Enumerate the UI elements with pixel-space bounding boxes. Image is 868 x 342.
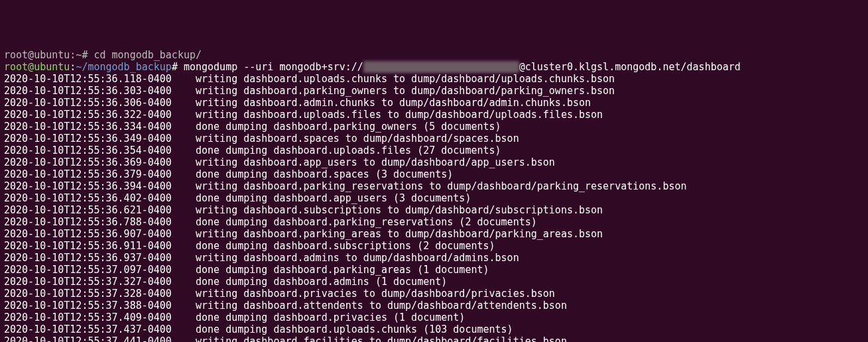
log-line: 2020-10-10T12:55:36.306-0400 writing das…: [4, 97, 864, 109]
log-timestamp: 2020-10-10T12:55:36.788-0400: [4, 216, 172, 228]
log-timestamp: 2020-10-10T12:55:37.328-0400: [4, 288, 172, 300]
log-timestamp: 2020-10-10T12:55:36.379-0400: [4, 168, 172, 180]
log-message: done dumping dashboard.subscriptions (2 …: [196, 240, 495, 252]
log-message: writing dashboard.uploads.chunks to dump…: [196, 73, 615, 85]
log-line: 2020-10-10T12:55:36.118-0400 writing das…: [4, 73, 864, 85]
log-timestamp: 2020-10-10T12:55:37.441-0400: [4, 335, 172, 342]
log-timestamp: 2020-10-10T12:55:37.327-0400: [4, 276, 172, 288]
command-text-suffix: @cluster0.klgsl.mongodb.net/dashboard: [519, 61, 741, 73]
log-message: writing dashboard.privacies to dump/dash…: [196, 288, 555, 300]
log-message: writing dashboard.parking_owners to dump…: [196, 85, 615, 97]
log-line: 2020-10-10T12:55:36.911-0400 done dumpin…: [4, 240, 864, 252]
terminal-output[interactable]: root@ubuntu:~# cd mongodb_backup/root@ub…: [4, 49, 864, 342]
log-timestamp: 2020-10-10T12:55:36.334-0400: [4, 121, 172, 133]
log-timestamp: 2020-10-10T12:55:36.322-0400: [4, 109, 172, 121]
prompt-hash: #: [172, 61, 184, 73]
log-line: 2020-10-10T12:55:37.328-0400 writing das…: [4, 288, 864, 300]
log-line: 2020-10-10T12:55:36.349-0400 writing das…: [4, 133, 864, 144]
log-timestamp: 2020-10-10T12:55:36.394-0400: [4, 180, 172, 192]
masked-credentials: xxxxxxx:xxxxxxxxxxxxxxxxxx: [363, 61, 519, 73]
log-line: 2020-10-10T12:55:36.621-0400 writing das…: [4, 204, 864, 216]
log-line: 2020-10-10T12:55:36.334-0400 done dumpin…: [4, 121, 864, 133]
log-message: writing dashboard.admin.chunks to dump/d…: [196, 97, 591, 109]
log-timestamp: 2020-10-10T12:55:36.349-0400: [4, 133, 172, 144]
log-line: 2020-10-10T12:55:36.394-0400 writing das…: [4, 180, 864, 192]
log-message: writing dashboard.parking_areas to dump/…: [196, 228, 603, 240]
log-line: 2020-10-10T12:55:37.388-0400 writing das…: [4, 300, 864, 312]
log-message: done dumping dashboard.parking_reservati…: [196, 216, 537, 228]
log-timestamp: 2020-10-10T12:55:36.911-0400: [4, 240, 172, 252]
log-message: done dumping dashboard.privacies (1 docu…: [196, 312, 465, 323]
log-message: done dumping dashboard.uploads.chunks (1…: [196, 323, 513, 335]
log-message: writing dashboard.attendents to dump/das…: [196, 300, 567, 312]
log-line: 2020-10-10T12:55:36.788-0400 done dumpin…: [4, 216, 864, 228]
scrollback-fragment: root@ubuntu:~# cd mongodb_backup/: [4, 49, 864, 61]
log-message: done dumping dashboard.app_users (3 docu…: [196, 192, 471, 204]
log-timestamp: 2020-10-10T12:55:37.409-0400: [4, 312, 172, 323]
log-message: writing dashboard.app_users to dump/dash…: [196, 156, 555, 168]
log-line: 2020-10-10T12:55:37.441-0400 writing das…: [4, 335, 864, 342]
log-timestamp: 2020-10-10T12:55:36.354-0400: [4, 144, 172, 156]
log-message: done dumping dashboard.admins (1 documen…: [196, 276, 447, 288]
log-timestamp: 2020-10-10T12:55:36.118-0400: [4, 73, 172, 85]
log-timestamp: 2020-10-10T12:55:36.907-0400: [4, 228, 172, 240]
log-line: 2020-10-10T12:55:36.354-0400 done dumpin…: [4, 144, 864, 156]
command-text: mongodump --uri mongodb+srv://: [184, 61, 363, 73]
log-line: 2020-10-10T12:55:36.322-0400 writing das…: [4, 109, 864, 121]
log-message: done dumping dashboard.uploads.files (27…: [196, 144, 501, 156]
log-line: 2020-10-10T12:55:36.907-0400 writing das…: [4, 228, 864, 240]
log-line: 2020-10-10T12:55:36.369-0400 writing das…: [4, 156, 864, 168]
log-line: 2020-10-10T12:55:37.409-0400 done dumpin…: [4, 312, 864, 323]
command-line: root@ubuntu:~/mongodb_backup# mongodump …: [4, 61, 864, 73]
log-line: 2020-10-10T12:55:37.097-0400 done dumpin…: [4, 264, 864, 276]
log-timestamp: 2020-10-10T12:55:36.306-0400: [4, 97, 172, 109]
log-line: 2020-10-10T12:55:37.327-0400 done dumpin…: [4, 276, 864, 288]
log-message: done dumping dashboard.spaces (3 documen…: [196, 168, 453, 180]
log-line: 2020-10-10T12:55:36.379-0400 done dumpin…: [4, 168, 864, 180]
log-message: done dumping dashboard.parking_owners (5…: [196, 121, 501, 133]
log-message: done dumping dashboard.parking_areas (1 …: [196, 264, 489, 276]
log-timestamp: 2020-10-10T12:55:36.937-0400: [4, 252, 172, 264]
log-message: writing dashboard.admins to dump/dashboa…: [196, 252, 519, 264]
prompt-path: ~/mongodb_backup: [76, 61, 172, 73]
log-line: 2020-10-10T12:55:36.303-0400 writing das…: [4, 85, 864, 97]
log-line: 2020-10-10T12:55:37.437-0400 done dumpin…: [4, 323, 864, 335]
log-timestamp: 2020-10-10T12:55:36.402-0400: [4, 192, 172, 204]
log-timestamp: 2020-10-10T12:55:36.303-0400: [4, 85, 172, 97]
log-line: 2020-10-10T12:55:36.402-0400 done dumpin…: [4, 192, 864, 204]
log-message: writing dashboard.spaces to dump/dashboa…: [196, 133, 519, 144]
log-timestamp: 2020-10-10T12:55:37.097-0400: [4, 264, 172, 276]
log-message: writing dashboard.uploads.files to dump/…: [196, 109, 603, 121]
log-timestamp: 2020-10-10T12:55:37.437-0400: [4, 323, 172, 335]
log-message: writing dashboard.subscriptions to dump/…: [196, 204, 603, 216]
log-timestamp: 2020-10-10T12:55:36.369-0400: [4, 156, 172, 168]
log-message: writing dashboard.parking_reservations t…: [196, 180, 687, 192]
log-timestamp: 2020-10-10T12:55:36.621-0400: [4, 204, 172, 216]
log-timestamp: 2020-10-10T12:55:37.388-0400: [4, 300, 172, 312]
log-message: writing dashboard.facilities to dump/das…: [196, 335, 567, 342]
prompt-user-host: root@ubuntu: [4, 61, 70, 73]
log-line: 2020-10-10T12:55:36.937-0400 writing das…: [4, 252, 864, 264]
